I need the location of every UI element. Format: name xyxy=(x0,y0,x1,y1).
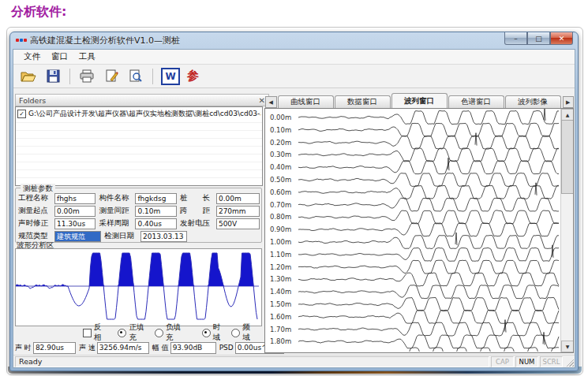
menu-item-0[interactable]: 文件 xyxy=(18,50,46,63)
display-options-row: 反相正填充负填充时域频域 xyxy=(15,327,261,338)
tab-波列窗口[interactable]: 波列窗口 xyxy=(391,93,448,108)
print-button[interactable] xyxy=(78,68,96,85)
param-value-field[interactable]: 11.30us xyxy=(54,218,96,229)
measure-field: 幅 值93.90dB xyxy=(152,342,216,354)
open-button[interactable] xyxy=(20,68,37,85)
invert-checkbox[interactable] xyxy=(83,329,92,337)
tab-label: 波列窗口 xyxy=(404,96,434,106)
depth-label: 0.50m xyxy=(270,176,291,184)
vertical-scrollbar[interactable]: ▲ ▼ xyxy=(560,109,573,352)
toolbar: W 参 xyxy=(13,65,575,88)
preview-button[interactable] xyxy=(127,68,144,85)
tab-色谱窗口[interactable]: 色谱窗口 xyxy=(448,95,504,108)
tab-label: 波列影像 xyxy=(518,97,548,107)
toolbar-separator xyxy=(69,69,70,84)
fill-radio-0[interactable] xyxy=(118,329,126,337)
param-value-field[interactable]: 2013.03.13 xyxy=(140,231,187,242)
param-label: 跨 距 xyxy=(180,206,215,216)
domain-radio-label: 频域 xyxy=(242,322,257,343)
param-value-field[interactable]: 建筑规范 xyxy=(54,231,101,242)
depth-label: 1.80m xyxy=(270,337,291,345)
param-value-field[interactable]: 270mm xyxy=(216,206,260,217)
tab-波列影像[interactable]: 波列影像 xyxy=(505,95,561,108)
tab-strip: ◀ 曲线窗口数据窗口波列窗口色谱窗口波列影像 ▶ xyxy=(264,93,575,108)
window-title: 高铁建混凝土检测分析软件V1.0—测桩 xyxy=(30,35,180,47)
param-value-field[interactable]: fhgkdsg xyxy=(135,193,176,204)
folder-item-label: G:\公司产品设计开发\超声仪器\超声仪实地检测数据\测桩cd\cd03\cd0… xyxy=(28,109,260,119)
depth-label: 1.10m xyxy=(270,251,291,259)
tab-label: 数据窗口 xyxy=(347,97,377,107)
minimize-button[interactable]: – xyxy=(504,32,527,45)
close-button[interactable]: ✕ xyxy=(550,32,573,45)
export-button[interactable] xyxy=(103,68,120,85)
fill-radio-label: 正填充 xyxy=(129,322,150,343)
folder-item[interactable]: ✓ G:\公司产品设计开发\超声仪器\超声仪实地检测数据\测桩cd\cd03\c… xyxy=(16,107,262,121)
tab-数据窗口[interactable]: 数据窗口 xyxy=(335,95,391,108)
word-export-button[interactable]: W xyxy=(161,68,180,85)
fill-radio-label: 负填充 xyxy=(166,322,187,343)
depth-label: 0.90m xyxy=(270,225,291,233)
tab-曲线窗口[interactable]: 曲线窗口 xyxy=(278,95,334,108)
param-value-field[interactable]: 0.00m xyxy=(54,206,96,217)
measure-label: PSD xyxy=(219,344,234,352)
scrollbar-thumb[interactable] xyxy=(561,120,574,194)
tab-scroll-left-icon[interactable]: ◀ xyxy=(265,96,277,108)
param-label: 桩 长 xyxy=(180,193,215,203)
scroll-down-icon[interactable]: ▼ xyxy=(561,341,574,352)
toolbar-separator xyxy=(152,69,153,84)
depth-label: 1.30m xyxy=(270,275,291,283)
measure-value-field[interactable]: 3256.94m/s xyxy=(97,342,149,354)
wave-train-view[interactable]: ▲ ▼ 0.00m0.10m0.20m0.30m0.40m0.50m0.60m0… xyxy=(264,108,574,353)
menu-item-1[interactable]: 窗口 xyxy=(46,50,73,63)
tab-label: 曲线窗口 xyxy=(290,97,320,107)
printer-icon xyxy=(79,69,95,83)
depth-label: 0.60m xyxy=(270,188,291,196)
params-row: 工程名称fhghs构件名称fhgkdsg桩 长0.00m xyxy=(18,192,260,204)
depth-label: 1.70m xyxy=(270,326,291,333)
page-magnifier-icon xyxy=(129,69,143,83)
fill-radio-1[interactable] xyxy=(155,329,163,337)
measurement-fields-row: 声 时82.90us声 速3256.94m/s幅 值93.90dBPSD0.00… xyxy=(15,341,261,354)
waveform-analysis-plot[interactable] xyxy=(15,248,262,326)
measure-field: 声 时82.90us xyxy=(15,342,76,354)
folders-list[interactable]: ✓ G:\公司产品设计开发\超声仪器\超声仪实地检测数据\测桩cd\cd03\c… xyxy=(15,106,263,186)
reference-button[interactable]: 参 xyxy=(187,69,199,84)
resize-grip[interactable] xyxy=(564,357,574,367)
menu-item-2[interactable]: 工具 xyxy=(73,50,101,63)
wave-train-rows xyxy=(265,109,572,352)
measure-label: 声 时 xyxy=(15,343,32,353)
param-value-field[interactable]: 0.00m xyxy=(216,193,260,204)
tab-scroll-right-icon[interactable]: ▶ xyxy=(563,96,575,108)
checkbox-checked-icon[interactable]: ✓ xyxy=(17,110,26,118)
depth-label: 1.20m xyxy=(270,263,291,271)
depth-label: 0.80m xyxy=(270,213,291,221)
measure-value-field[interactable]: 93.90dB xyxy=(170,342,216,354)
maximize-button[interactable]: □ xyxy=(527,32,550,45)
domain-radio-0[interactable] xyxy=(202,329,211,337)
param-value-field[interactable]: fhghs xyxy=(54,193,96,204)
floppy-icon xyxy=(47,69,60,83)
param-label: 采样周期 xyxy=(99,218,133,229)
title-bar[interactable]: 高铁建混凝土检测分析软件V1.0—测桩 – □ ✕ xyxy=(10,32,578,49)
save-button[interactable] xyxy=(44,68,62,85)
indicator-cap: CAP xyxy=(491,356,514,367)
indicator-num: NUM xyxy=(515,356,538,367)
measure-value-field[interactable]: 82.90us xyxy=(33,342,76,354)
param-value-field[interactable]: 0.10m xyxy=(135,206,176,217)
param-label: 测量起点 xyxy=(18,206,53,216)
domain-radio-1[interactable] xyxy=(231,329,240,337)
depth-label: 1.50m xyxy=(270,300,291,308)
page-title: 分析软件: xyxy=(11,4,66,20)
analysis-waveform xyxy=(16,249,260,324)
param-label: 声时修正 xyxy=(18,218,53,229)
app-window: 高铁建混凝土检测分析软件V1.0—测桩 – □ ✕ 文件窗口工具 xyxy=(9,32,579,371)
open-folder-icon xyxy=(21,70,36,83)
param-value-field[interactable]: 0.40us xyxy=(135,218,176,229)
scroll-up-icon[interactable]: ▲ xyxy=(561,109,574,121)
param-label: 测量间距 xyxy=(99,206,133,216)
depth-label: 1.40m xyxy=(270,288,291,296)
depth-label: 0.30m xyxy=(270,151,291,158)
param-value-field[interactable]: 500V xyxy=(216,218,260,229)
domain-radio-label: 时域 xyxy=(213,322,227,343)
status-bar: Ready CAPNUMSCRL xyxy=(13,355,575,367)
